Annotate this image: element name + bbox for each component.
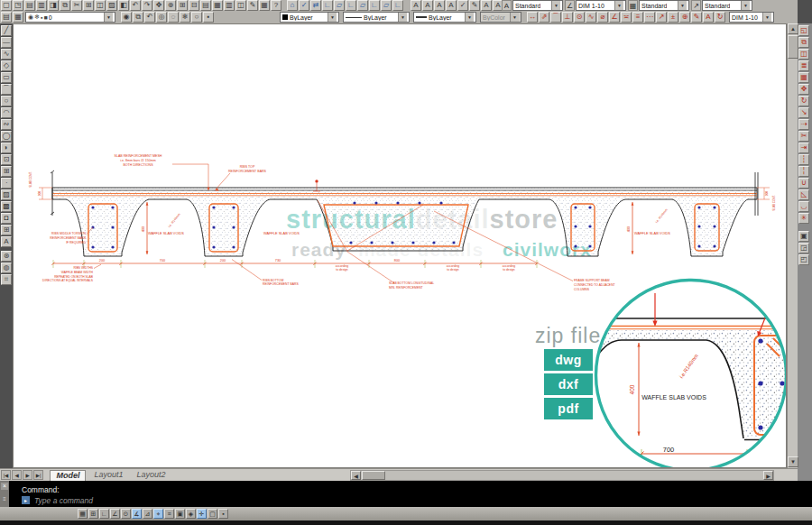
lineweight-select[interactable]: ByLayer▼ <box>413 12 476 23</box>
extend-icon[interactable]: ⇥ <box>798 143 809 153</box>
redo-icon[interactable]: ↷ <box>142 0 152 11</box>
close-icon[interactable]: × <box>1 483 8 490</box>
plot-icon[interactable]: ▥ <box>36 0 47 11</box>
layer-lock-tool-icon[interactable]: ▪ <box>203 12 214 23</box>
join-icon[interactable]: ∪ <box>798 178 809 189</box>
standards-icon[interactable]: ⌂ <box>287 0 298 11</box>
point-icon[interactable]: ∙ <box>1 178 12 189</box>
table-icon[interactable]: ⊞ <box>1 225 12 235</box>
zoom-window-icon[interactable]: ⊞ <box>177 0 188 11</box>
single-text-icon[interactable]: A <box>422 0 433 11</box>
dim-tool-icon-6[interactable]: ▱ <box>381 0 392 11</box>
gradient-icon[interactable]: ▩ <box>1 201 12 212</box>
toggle-workspace[interactable]: ▢ <box>208 509 217 519</box>
layer-properties-icon[interactable]: ▤ <box>1 12 12 23</box>
tab-layout1[interactable]: Layout1 <box>88 470 128 480</box>
construction-line-icon[interactable]: — <box>1 37 12 48</box>
scroll-left-button[interactable]: ◀ <box>351 471 361 480</box>
dim-center-icon[interactable]: ⊕ <box>679 12 690 23</box>
revcloud-icon[interactable]: ◠ <box>1 107 12 118</box>
layer-match-icon[interactable]: ⧉ <box>133 12 143 23</box>
dim-arc-icon[interactable]: ⌒ <box>550 12 561 23</box>
draworder-above-icon[interactable]: ◰ <box>798 254 809 265</box>
layer-isolate-icon[interactable]: ◎ <box>156 12 167 23</box>
chamfer-icon[interactable]: ◺ <box>798 189 809 200</box>
markup-icon[interactable]: ✎ <box>247 0 258 11</box>
insert-block-icon[interactable]: ⊡ <box>1 154 12 165</box>
circle-icon[interactable]: ○ <box>1 96 12 106</box>
layer-states-icon[interactable]: ▦ <box>13 12 23 23</box>
dim-edit-icon[interactable]: ✎ <box>691 12 702 23</box>
explode-icon[interactable]: ✳ <box>798 213 809 224</box>
toggle-grid[interactable]: ⊞ <box>88 509 98 519</box>
toggle-lock[interactable]: ▪ <box>218 509 228 519</box>
ellipse-arc-icon[interactable]: ◗ <box>1 143 12 153</box>
tab-model[interactable]: Model <box>50 470 86 481</box>
publish-icon[interactable]: ⧉ <box>60 0 70 11</box>
polygon-icon[interactable]: ◇ <box>1 60 12 71</box>
toggle-ortho[interactable]: ∟ <box>99 509 109 519</box>
toggle-polar[interactable]: ∠ <box>110 509 120 519</box>
zoom-realtime-icon[interactable]: ⊕ <box>165 0 176 11</box>
tab-nav-first[interactable]: |◀ <box>1 470 11 480</box>
scroll-down-button[interactable]: ▼ <box>788 456 798 467</box>
match-properties-icon[interactable]: ▨ <box>106 0 117 11</box>
arc-icon[interactable]: ⌒ <box>1 84 12 95</box>
mleader-style-select[interactable]: Standard▼ <box>702 0 752 11</box>
plot-preview-icon[interactable]: ◨ <box>48 0 59 11</box>
text-style-icon[interactable]: ✎ <box>469 0 480 11</box>
toggle-ducs[interactable]: ⊿ <box>143 509 152 519</box>
ellipse-icon[interactable]: ◯ <box>1 131 12 142</box>
layer-translator-icon[interactable]: ⇄ <box>310 0 321 11</box>
tab-nav-last[interactable]: ▶| <box>33 470 43 480</box>
region-icon[interactable]: ◘ <box>1 213 12 224</box>
open-icon[interactable]: ◳ <box>13 0 23 11</box>
dim-jogged-icon[interactable]: ∿ <box>586 12 596 23</box>
dim-leader-icon[interactable]: ↗ <box>656 12 667 23</box>
tab-nav-prev[interactable]: ◀ <box>12 470 22 480</box>
undo-icon[interactable]: ↶ <box>130 0 141 11</box>
layer-freeze-tool-icon[interactable]: ❄ <box>180 12 190 23</box>
color-select[interactable]: ByLayer▼ <box>280 12 339 23</box>
quickcalc-icon[interactable]: ▦ <box>259 0 270 11</box>
mleader-style-manager-icon[interactable]: ↗ <box>691 0 701 11</box>
multiline-text-icon[interactable]: A <box>1 236 12 247</box>
designcenter-icon[interactable]: ▦ <box>212 0 223 11</box>
layer-unisolate-icon[interactable]: ◌ <box>168 12 179 23</box>
layer-off-icon[interactable]: ○ <box>191 12 202 23</box>
mtext-icon[interactable]: A <box>411 0 421 11</box>
spellcheck-icon[interactable]: ✓ <box>457 0 468 11</box>
toggle-annotation[interactable]: ✛ <box>197 509 207 519</box>
mirror-icon[interactable]: ◫ <box>798 49 809 60</box>
download-pdf-button[interactable]: pdf <box>544 398 593 419</box>
fillet-icon[interactable]: ◡ <box>798 201 809 212</box>
dim-tool-icon-2[interactable]: ▱ <box>334 0 345 11</box>
polyline-icon[interactable]: ∿ <box>1 49 12 60</box>
toggle-sc[interactable]: ◈ <box>186 509 196 519</box>
dim-tool-icon-3[interactable]: ∟ <box>346 0 356 11</box>
dimension-style-select[interactable]: DIM 1-10▼ <box>729 12 774 23</box>
dim-baseline-icon[interactable]: ≡ <box>632 12 643 23</box>
sheetset-manager-icon[interactable]: ◫ <box>235 0 246 11</box>
dim-tool-icon-4[interactable]: ▱ <box>357 0 368 11</box>
dim-style-manager-icon[interactable]: ∠ <box>565 0 575 11</box>
rotate-icon[interactable]: ↻ <box>798 96 809 106</box>
linetype-select[interactable]: ByLayer▼ <box>343 12 410 23</box>
toggle-dyn[interactable]: ⌖ <box>153 509 163 519</box>
draworder-front-icon[interactable]: ▣ <box>798 231 809 242</box>
array-icon[interactable]: ▦ <box>798 72 809 83</box>
dim-ordinate-icon[interactable]: ⊥ <box>562 12 573 23</box>
drawing-canvas[interactable]: structuraldetailstore ready made details… <box>13 23 787 468</box>
text-style-manager-icon[interactable]: A <box>502 0 512 11</box>
vertical-scroll-thumb[interactable] <box>788 35 798 59</box>
dim-diameter-icon[interactable]: ⌀ <box>597 12 608 23</box>
make-layer-current-icon[interactable]: ◉ <box>121 12 132 23</box>
save-icon[interactable]: ▤ <box>24 0 35 11</box>
help-icon[interactable]: ? <box>271 0 281 11</box>
cut-icon[interactable]: ✂ <box>71 0 82 11</box>
properties-icon[interactable]: ▤ <box>200 0 211 11</box>
break-icon[interactable]: ╎ <box>798 166 809 177</box>
zoom-previous-icon[interactable]: ⊟ <box>189 0 199 11</box>
check-standards-icon[interactable]: ✓ <box>299 0 309 11</box>
new-icon[interactable]: ▢ <box>1 0 12 11</box>
